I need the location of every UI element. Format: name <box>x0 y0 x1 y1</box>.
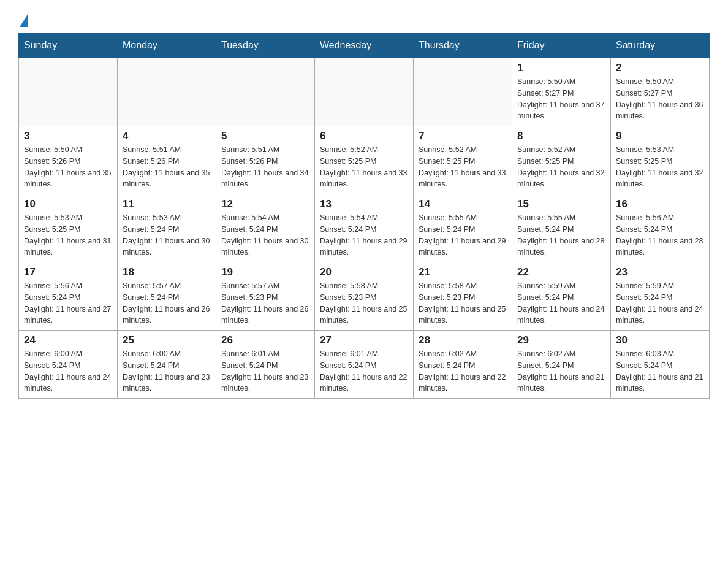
day-number: 12 <box>221 198 309 210</box>
calendar-cell: 26Sunrise: 6:01 AMSunset: 5:24 PMDayligh… <box>216 331 315 399</box>
calendar-cell: 19Sunrise: 5:57 AMSunset: 5:23 PMDayligh… <box>216 262 315 331</box>
logo <box>18 12 28 27</box>
day-number: 19 <box>221 266 309 278</box>
day-info: Sunrise: 5:57 AMSunset: 5:24 PMDaylight:… <box>123 280 211 326</box>
weekday-header-thursday: Thursday <box>414 34 512 58</box>
day-info: Sunrise: 6:02 AMSunset: 5:24 PMDaylight:… <box>517 348 605 394</box>
weekday-header-monday: Monday <box>118 34 216 58</box>
day-number: 13 <box>320 198 408 210</box>
day-info: Sunrise: 5:53 AMSunset: 5:25 PMDaylight:… <box>24 212 112 258</box>
calendar-cell <box>118 58 216 126</box>
day-info: Sunrise: 5:59 AMSunset: 5:24 PMDaylight:… <box>616 280 704 326</box>
day-info: Sunrise: 5:51 AMSunset: 5:26 PMDaylight:… <box>221 144 309 190</box>
day-number: 3 <box>24 130 112 142</box>
calendar-cell: 20Sunrise: 5:58 AMSunset: 5:23 PMDayligh… <box>315 262 414 331</box>
weekday-header-wednesday: Wednesday <box>315 34 414 58</box>
day-number: 16 <box>616 198 704 210</box>
calendar-cell: 7Sunrise: 5:52 AMSunset: 5:25 PMDaylight… <box>414 126 512 194</box>
day-number: 9 <box>616 130 704 142</box>
day-info: Sunrise: 5:50 AMSunset: 5:26 PMDaylight:… <box>24 144 112 190</box>
day-info: Sunrise: 6:01 AMSunset: 5:24 PMDaylight:… <box>320 348 408 394</box>
logo-triangle-icon <box>20 13 28 27</box>
day-number: 11 <box>123 198 211 210</box>
day-number: 29 <box>517 334 605 347</box>
calendar-cell: 14Sunrise: 5:55 AMSunset: 5:24 PMDayligh… <box>414 194 512 262</box>
day-info: Sunrise: 6:02 AMSunset: 5:24 PMDaylight:… <box>419 348 507 394</box>
day-number: 2 <box>616 62 704 74</box>
calendar-week-4: 17Sunrise: 5:56 AMSunset: 5:24 PMDayligh… <box>19 262 710 331</box>
day-number: 18 <box>123 266 211 278</box>
day-number: 8 <box>517 130 605 142</box>
day-info: Sunrise: 5:54 AMSunset: 5:24 PMDaylight:… <box>320 212 408 258</box>
day-number: 28 <box>419 334 507 347</box>
page-header <box>18 12 710 27</box>
day-info: Sunrise: 5:52 AMSunset: 5:25 PMDaylight:… <box>419 144 507 190</box>
calendar-cell: 9Sunrise: 5:53 AMSunset: 5:25 PMDaylight… <box>611 126 710 194</box>
day-number: 1 <box>517 62 605 74</box>
day-number: 26 <box>221 334 309 347</box>
day-number: 30 <box>616 334 704 347</box>
day-number: 14 <box>419 198 507 210</box>
calendar-cell: 4Sunrise: 5:51 AMSunset: 5:26 PMDaylight… <box>118 126 216 194</box>
calendar-cell: 3Sunrise: 5:50 AMSunset: 5:26 PMDaylight… <box>19 126 118 194</box>
calendar-cell: 30Sunrise: 6:03 AMSunset: 5:24 PMDayligh… <box>611 331 710 399</box>
day-info: Sunrise: 5:56 AMSunset: 5:24 PMDaylight:… <box>24 280 112 326</box>
day-info: Sunrise: 5:51 AMSunset: 5:26 PMDaylight:… <box>123 144 211 190</box>
day-info: Sunrise: 5:55 AMSunset: 5:24 PMDaylight:… <box>419 212 507 258</box>
calendar-cell: 8Sunrise: 5:52 AMSunset: 5:25 PMDaylight… <box>512 126 611 194</box>
day-info: Sunrise: 5:52 AMSunset: 5:25 PMDaylight:… <box>517 144 605 190</box>
calendar-cell <box>315 58 414 126</box>
weekday-header-saturday: Saturday <box>611 34 710 58</box>
day-info: Sunrise: 5:56 AMSunset: 5:24 PMDaylight:… <box>616 212 704 258</box>
calendar-cell: 12Sunrise: 5:54 AMSunset: 5:24 PMDayligh… <box>216 194 315 262</box>
day-info: Sunrise: 5:59 AMSunset: 5:24 PMDaylight:… <box>517 280 605 326</box>
day-number: 17 <box>24 266 112 278</box>
day-number: 23 <box>616 266 704 278</box>
day-number: 10 <box>24 198 112 210</box>
calendar-cell: 10Sunrise: 5:53 AMSunset: 5:25 PMDayligh… <box>19 194 118 262</box>
calendar-week-2: 3Sunrise: 5:50 AMSunset: 5:26 PMDaylight… <box>19 126 710 194</box>
calendar-cell: 15Sunrise: 5:55 AMSunset: 5:24 PMDayligh… <box>512 194 611 262</box>
calendar-cell <box>19 58 118 126</box>
calendar-cell <box>414 58 512 126</box>
calendar-cell: 16Sunrise: 5:56 AMSunset: 5:24 PMDayligh… <box>611 194 710 262</box>
day-number: 21 <box>419 266 507 278</box>
day-number: 22 <box>517 266 605 278</box>
calendar-cell: 6Sunrise: 5:52 AMSunset: 5:25 PMDaylight… <box>315 126 414 194</box>
day-info: Sunrise: 5:52 AMSunset: 5:25 PMDaylight:… <box>320 144 408 190</box>
day-number: 7 <box>419 130 507 142</box>
day-number: 25 <box>123 334 211 347</box>
day-number: 6 <box>320 130 408 142</box>
day-info: Sunrise: 6:03 AMSunset: 5:24 PMDaylight:… <box>616 348 704 394</box>
weekday-header-tuesday: Tuesday <box>216 34 315 58</box>
day-info: Sunrise: 5:57 AMSunset: 5:23 PMDaylight:… <box>221 280 309 326</box>
calendar-cell: 2Sunrise: 5:50 AMSunset: 5:27 PMDaylight… <box>611 58 710 126</box>
calendar-cell: 17Sunrise: 5:56 AMSunset: 5:24 PMDayligh… <box>19 262 118 331</box>
day-info: Sunrise: 5:58 AMSunset: 5:23 PMDaylight:… <box>419 280 507 326</box>
day-number: 27 <box>320 334 408 347</box>
weekday-header-sunday: Sunday <box>19 34 118 58</box>
calendar-week-3: 10Sunrise: 5:53 AMSunset: 5:25 PMDayligh… <box>19 194 710 262</box>
day-number: 5 <box>221 130 309 142</box>
calendar-week-5: 24Sunrise: 6:00 AMSunset: 5:24 PMDayligh… <box>19 331 710 399</box>
day-info: Sunrise: 5:50 AMSunset: 5:27 PMDaylight:… <box>517 76 605 122</box>
day-info: Sunrise: 6:01 AMSunset: 5:24 PMDaylight:… <box>221 348 309 394</box>
calendar-cell: 11Sunrise: 5:53 AMSunset: 5:24 PMDayligh… <box>118 194 216 262</box>
day-number: 20 <box>320 266 408 278</box>
day-info: Sunrise: 5:54 AMSunset: 5:24 PMDaylight:… <box>221 212 309 258</box>
day-info: Sunrise: 5:53 AMSunset: 5:25 PMDaylight:… <box>616 144 704 190</box>
day-info: Sunrise: 6:00 AMSunset: 5:24 PMDaylight:… <box>24 348 112 394</box>
calendar-cell: 5Sunrise: 5:51 AMSunset: 5:26 PMDaylight… <box>216 126 315 194</box>
day-number: 24 <box>24 334 112 347</box>
calendar-cell: 21Sunrise: 5:58 AMSunset: 5:23 PMDayligh… <box>414 262 512 331</box>
day-info: Sunrise: 5:53 AMSunset: 5:24 PMDaylight:… <box>123 212 211 258</box>
day-info: Sunrise: 5:55 AMSunset: 5:24 PMDaylight:… <box>517 212 605 258</box>
calendar-table: SundayMondayTuesdayWednesdayThursdayFrid… <box>18 33 710 399</box>
weekday-header-friday: Friday <box>512 34 611 58</box>
calendar-cell: 23Sunrise: 5:59 AMSunset: 5:24 PMDayligh… <box>611 262 710 331</box>
day-number: 4 <box>123 130 211 142</box>
day-number: 15 <box>517 198 605 210</box>
calendar-cell: 13Sunrise: 5:54 AMSunset: 5:24 PMDayligh… <box>315 194 414 262</box>
day-info: Sunrise: 6:00 AMSunset: 5:24 PMDaylight:… <box>123 348 211 394</box>
calendar-cell: 18Sunrise: 5:57 AMSunset: 5:24 PMDayligh… <box>118 262 216 331</box>
